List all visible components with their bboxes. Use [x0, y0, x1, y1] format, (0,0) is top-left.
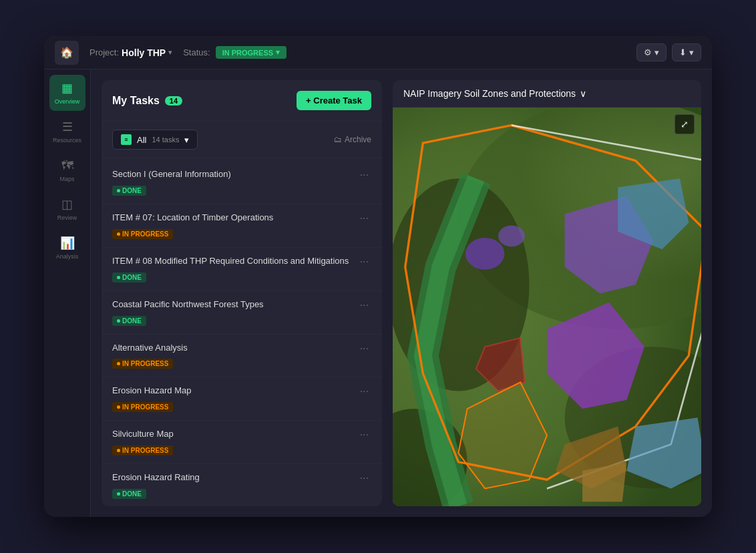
svg-point-6 [498, 225, 525, 246]
map-title[interactable]: NAIP Imagery Soil Zones and Protections … [403, 88, 586, 99]
map-panel: NAIP Imagery Soil Zones and Protections … [393, 80, 701, 506]
archive-icon: 🗂 [334, 135, 342, 144]
status-dot [117, 449, 120, 452]
sidebar-item-overview[interactable]: ▦ Overview [49, 75, 85, 111]
sidebar-label-resources: Resources [53, 137, 81, 144]
status-badge[interactable]: IN PROGRESS ▾ [216, 46, 287, 59]
tasks-header: My Tasks 14 + Create Task [102, 80, 382, 122]
filter-icon: ≡ [121, 134, 132, 145]
sidebar-label-review: Review [57, 214, 77, 221]
task-count-badge: 14 [165, 96, 182, 106]
main-layout: ▦ Overview ☰ Resources 🗺 Maps ◫ Review 📊… [44, 69, 712, 517]
device-frame: 🏠 Project: Holly THP ▾ Status: IN PROGRE… [44, 36, 712, 517]
task-item[interactable]: Coastal Pacific Northwest Forest Types D… [102, 291, 382, 335]
task-item-content: Erosion Hazard Map IN PROGRESS [112, 385, 352, 412]
status-dot [117, 319, 120, 323]
content-area: My Tasks 14 + Create Task ≡ All 14 tasks… [91, 69, 712, 517]
status-dot [117, 405, 120, 409]
task-more-button[interactable]: ··· [357, 472, 371, 484]
sidebar-item-resources[interactable]: ☰ Resources [49, 114, 85, 150]
tasks-panel: My Tasks 14 + Create Task ≡ All 14 tasks… [102, 80, 382, 506]
download-dropdown: ▾ [689, 47, 694, 57]
task-name: Silviculture Map [112, 429, 352, 440]
task-status-badge: DONE [112, 186, 146, 196]
status-dot [117, 362, 120, 365]
sidebar-item-review[interactable]: ◫ Review [49, 191, 85, 227]
filter-dropdown-arrow: ▾ [184, 135, 189, 145]
task-item[interactable]: Alternative Analysis IN PROGRESS ··· [102, 335, 382, 378]
task-item[interactable]: ITEM # 08 Modified THP Required Conditio… [102, 248, 382, 291]
settings-button[interactable]: ⚙ ▾ [636, 43, 667, 61]
sidebar-item-maps[interactable]: 🗺 Maps [49, 152, 85, 188]
status-dropdown-arrow: ▾ [276, 48, 280, 57]
task-more-button[interactable]: ··· [357, 343, 371, 355]
sidebar-item-analysis[interactable]: 📊 Analysis [49, 230, 85, 266]
task-more-button[interactable]: ··· [357, 256, 371, 268]
map-title-text: NAIP Imagery Soil Zones and Protections [403, 88, 576, 99]
archive-label: Archive [345, 135, 371, 144]
create-task-button[interactable]: + Create Task [297, 91, 371, 110]
task-status-badge: IN PROGRESS [112, 359, 173, 369]
map-expand-button[interactable]: ⤢ [675, 114, 695, 134]
task-status-badge: DONE [112, 489, 146, 499]
task-status-badge: DONE [112, 316, 146, 326]
sidebar: ▦ Overview ☰ Resources 🗺 Maps ◫ Review 📊… [44, 69, 91, 517]
settings-icon: ⚙ [644, 47, 652, 57]
project-dropdown-arrow[interactable]: ▾ [168, 48, 172, 57]
map-title-arrow: ∨ [580, 88, 586, 99]
expand-icon: ⤢ [681, 119, 689, 130]
task-item[interactable]: Section I (General Information) DONE ··· [102, 161, 382, 204]
archive-button[interactable]: 🗂 Archive [334, 135, 371, 144]
task-name: Section I (General Information) [112, 169, 352, 180]
task-item-content: Section I (General Information) DONE [112, 169, 352, 196]
filter-bar: ≡ All 14 tasks ▾ 🗂 Archive [102, 122, 382, 158]
task-status-badge: DONE [112, 272, 146, 283]
download-button[interactable]: ⬇ ▾ [672, 43, 701, 61]
task-name: Erosion Hazard Map [112, 385, 352, 397]
task-item-content: Silviculture Map IN PROGRESS [112, 429, 352, 455]
task-name: ITEM # 08 Modified THP Required Conditio… [112, 256, 352, 267]
task-item[interactable]: Silviculture Map IN PROGRESS ··· [102, 421, 382, 464]
task-item[interactable]: ITEM # 07: Location of Timber Operations… [102, 204, 382, 248]
task-name: ITEM # 07: Location of Timber Operations [112, 212, 352, 224]
status-value: IN PROGRESS [222, 49, 273, 57]
task-more-button[interactable]: ··· [357, 429, 371, 441]
top-bar: 🏠 Project: Holly THP ▾ Status: IN PROGRE… [44, 36, 712, 69]
task-item[interactable]: Erosion Hazard Map IN PROGRESS ··· [102, 377, 382, 421]
maps-icon: 🗺 [61, 159, 73, 173]
status-dot [117, 492, 120, 496]
task-status-badge: IN PROGRESS [112, 445, 173, 455]
filter-dropdown[interactable]: ≡ All 14 tasks ▾ [112, 130, 198, 150]
task-more-button[interactable]: ··· [357, 169, 371, 181]
sidebar-label-overview: Overview [55, 98, 80, 105]
task-status-badge: IN PROGRESS [112, 229, 173, 239]
settings-dropdown: ▾ [654, 47, 659, 57]
status-label: Status: [183, 47, 210, 57]
task-more-button[interactable]: ··· [357, 299, 371, 311]
task-list: Section I (General Information) DONE ···… [102, 158, 382, 506]
sidebar-label-maps: Maps [59, 176, 74, 182]
task-item[interactable]: Erosion Hazard Rating DONE ··· [102, 464, 382, 506]
tasks-title: My Tasks 14 [112, 95, 182, 107]
filter-count: 14 tasks [152, 136, 179, 144]
task-more-button[interactable]: ··· [357, 212, 371, 224]
resources-icon: ☰ [62, 120, 73, 134]
filter-label: All [137, 135, 146, 145]
task-more-button[interactable]: ··· [357, 385, 371, 397]
sidebar-label-analysis: Analysis [56, 253, 79, 260]
task-item-content: Coastal Pacific Northwest Forest Types D… [112, 299, 352, 326]
overview-icon: ▦ [61, 81, 73, 96]
status-dot [117, 232, 120, 236]
task-item-content: Erosion Hazard Rating DONE [112, 472, 352, 499]
download-icon: ⬇ [679, 47, 687, 57]
project-name: Holly THP [122, 47, 166, 58]
top-bar-actions: ⚙ ▾ ⬇ ▾ [636, 43, 701, 61]
map-svg [393, 108, 701, 506]
status-dot [117, 189, 120, 192]
task-item-content: ITEM # 07: Location of Timber Operations… [112, 212, 352, 239]
status-dot [117, 276, 120, 279]
review-icon: ◫ [61, 197, 73, 212]
home-button[interactable]: 🏠 [55, 41, 79, 65]
task-status-badge: IN PROGRESS [112, 402, 173, 412]
analysis-icon: 📊 [60, 236, 75, 250]
